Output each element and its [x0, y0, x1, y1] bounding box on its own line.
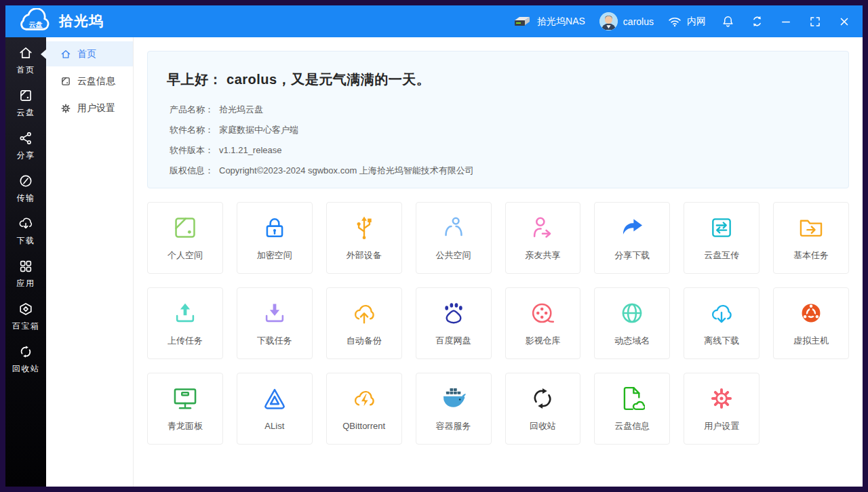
cloud-download-icon — [18, 216, 33, 231]
maximize-button[interactable] — [808, 14, 823, 29]
tile-auto-backup[interactable]: 自动备份 — [326, 287, 402, 359]
tile-virtual-host[interactable]: 虚拟主机 — [773, 287, 849, 359]
main-content: 早上好： carolus，又是元气满满的一天。 产品名称：拾光坞云盘 软件名称：… — [134, 37, 863, 487]
username: carolus — [623, 16, 654, 27]
lock-icon — [262, 215, 288, 241]
maximize-icon — [809, 16, 821, 28]
qbittorrent-icon — [351, 386, 377, 412]
share-icon — [18, 131, 33, 146]
tile-qinglong-panel[interactable]: 青龙面板 — [147, 373, 223, 445]
close-icon — [838, 16, 850, 28]
sidebar-item-home[interactable]: 首页 — [5, 45, 46, 88]
greeting-card: 早上好： carolus，又是元气满满的一天。 产品名称：拾光坞云盘 软件名称：… — [147, 51, 849, 188]
app-window: 云盘 拾光坞 拾光坞NAS — [5, 5, 863, 487]
alist-icon — [262, 386, 288, 412]
tile-ddns[interactable]: 动态域名 — [594, 287, 670, 359]
tile-media-library[interactable]: 影视仓库 — [505, 287, 581, 359]
software-version-row: 软件版本：v1.1.21_release — [167, 140, 829, 161]
gear-icon — [709, 386, 734, 411]
greeting-title: 早上好： carolus，又是元气满满的一天。 — [167, 70, 829, 89]
apps-icon — [18, 259, 33, 274]
brand-name: 拾光坞 — [59, 12, 104, 32]
cloud-logo-icon: 云盘 — [15, 8, 54, 35]
disk-info-icon — [60, 76, 71, 87]
user-menu[interactable]: carolus — [599, 12, 654, 30]
tile-download-task[interactable]: 下载任务 — [237, 287, 313, 359]
software-name-row: 软件名称：家庭数据中心客户端 — [167, 120, 829, 140]
personal-space-icon — [172, 215, 198, 241]
sidebar-item-recycle[interactable]: 回收站 — [5, 344, 46, 387]
tile-qbittorrent[interactable]: QBittorrent — [326, 373, 402, 445]
download-icon — [262, 300, 288, 326]
recycle-icon — [18, 344, 33, 359]
sidebar-item-download[interactable]: 下载 — [5, 216, 46, 259]
tile-upload-task[interactable]: 上传任务 — [147, 287, 223, 359]
submenu-item-disk-info[interactable]: 云盘信息 — [46, 68, 133, 94]
cloud-backup-icon — [351, 300, 377, 326]
public-space-icon — [441, 215, 467, 241]
settings-icon — [60, 103, 71, 114]
copyright-row: 版权信息：Copyright©2023-2024 sgwbox.com 上海拾光… — [167, 161, 829, 181]
globe-icon — [619, 300, 645, 326]
home-icon — [18, 45, 33, 60]
upload-icon — [172, 300, 198, 326]
tile-cloud-transfer[interactable]: 云盘互传 — [684, 202, 760, 274]
logo-product-text: 云盘 — [29, 20, 43, 28]
cloud-download-icon — [709, 300, 734, 326]
notifications-button[interactable] — [720, 14, 735, 29]
tile-external-device[interactable]: 外部设备 — [326, 202, 402, 274]
usb-icon — [351, 215, 377, 241]
docker-icon — [441, 386, 467, 411]
cloud-transfer-icon — [709, 215, 734, 241]
recycle-icon — [530, 386, 555, 411]
share-download-icon — [619, 215, 645, 241]
refresh-icon — [751, 15, 764, 28]
doc-cloud-icon — [619, 386, 645, 411]
tile-container-service[interactable]: 容器服务 — [416, 373, 492, 445]
primary-sidebar: 首页 云盘 分享 传输 — [5, 37, 46, 487]
tile-recycle-bin[interactable]: 回收站 — [505, 373, 581, 445]
wifi-icon — [668, 15, 682, 28]
tile-friend-share[interactable]: 亲友共享 — [505, 202, 581, 274]
secondary-sidebar: 首页 云盘信息 用户设置 — [46, 37, 134, 487]
sidebar-item-toolbox[interactable]: 百宝箱 — [5, 302, 46, 344]
transfer-icon — [18, 173, 33, 188]
submenu-item-user-settings[interactable]: 用户设置 — [46, 96, 133, 121]
task-folder-icon — [798, 215, 824, 241]
app-tile-grid: 个人空间 加密空间 — [147, 202, 849, 445]
refresh-button[interactable] — [749, 14, 764, 29]
monitor-icon — [172, 386, 198, 411]
tile-offline-download[interactable]: 离线下载 — [684, 287, 760, 359]
tile-basic-task[interactable]: 基本任务 — [773, 202, 849, 274]
sidebar-item-transfer[interactable]: 传输 — [5, 173, 46, 216]
disk-icon — [18, 88, 33, 103]
sidebar-item-disk[interactable]: 云盘 — [5, 88, 46, 131]
tile-personal-space[interactable]: 个人空间 — [147, 202, 223, 274]
film-reel-icon — [530, 300, 555, 326]
ubuntu-icon — [798, 300, 824, 326]
network-status[interactable]: 内网 — [668, 15, 706, 28]
friend-share-icon — [530, 215, 555, 241]
tile-alist[interactable]: AList — [237, 373, 313, 445]
network-label: 内网 — [687, 16, 706, 28]
tile-user-settings[interactable]: 用户设置 — [684, 373, 760, 445]
nas-label: 拾光坞NAS — [537, 16, 585, 28]
product-name-row: 产品名称：拾光坞云盘 — [167, 100, 829, 120]
sidebar-item-apps[interactable]: 应用 — [5, 259, 46, 302]
tile-public-space[interactable]: 公共空间 — [416, 202, 492, 274]
avatar — [599, 12, 618, 30]
tile-share-download[interactable]: 分享下载 — [594, 202, 670, 274]
baidu-paw-icon — [441, 300, 467, 326]
submenu-item-home[interactable]: 首页 — [46, 41, 133, 66]
nas-device-icon — [513, 15, 532, 28]
app-logo: 云盘 拾光坞 — [15, 8, 104, 35]
bell-icon — [722, 15, 734, 28]
tile-disk-info[interactable]: 云盘信息 — [594, 373, 670, 445]
nas-selector[interactable]: 拾光坞NAS — [513, 15, 585, 28]
sidebar-item-share[interactable]: 分享 — [5, 131, 46, 173]
minimize-button[interactable] — [778, 14, 793, 29]
close-button[interactable] — [837, 14, 852, 29]
tile-baidu-netdisk[interactable]: 百度网盘 — [416, 287, 492, 359]
titlebar: 云盘 拾光坞 拾光坞NAS — [5, 5, 863, 37]
tile-encrypted-space[interactable]: 加密空间 — [237, 202, 313, 274]
